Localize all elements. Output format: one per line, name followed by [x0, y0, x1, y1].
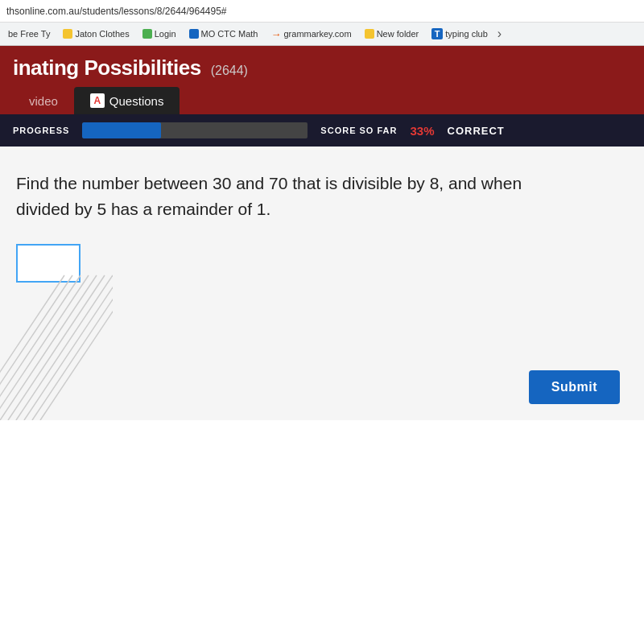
- question-text: Find the number between 30 and 70 that i…: [16, 171, 564, 221]
- bookmark-free-ty[interactable]: be Free Ty: [5, 27, 53, 40]
- address-text: thsonline.com.au/students/lessons/8/2644…: [6, 6, 227, 17]
- bookmark-login-icon: [142, 29, 152, 39]
- bookmark-ctc-math[interactable]: MO CTC Math: [186, 27, 262, 40]
- tab-video-label: video: [29, 94, 58, 108]
- submit-button[interactable]: Submit: [529, 370, 620, 404]
- answer-input[interactable]: [16, 244, 80, 283]
- tab-questions-icon: A: [90, 93, 105, 108]
- bookmark-ctcmath-label: MO CTC Math: [201, 29, 258, 39]
- bookmark-grammarkey-icon: →: [270, 28, 281, 40]
- bookmark-grammarkey-label: grammarkey.com: [283, 29, 351, 39]
- score-value: 33%: [410, 124, 434, 138]
- tab-questions[interactable]: A Questions: [74, 87, 180, 114]
- lesson-id: (2644): [211, 64, 248, 78]
- bookmark-folder-icon: [365, 29, 374, 39]
- bookmark-jaton-clothes[interactable]: Jaton Clothes: [60, 27, 132, 40]
- site-title: inating Possibilities: [13, 56, 201, 80]
- site-header: inating Possibilities (2644) video A Que…: [0, 46, 644, 114]
- site-title-row: inating Possibilities (2644): [13, 56, 631, 80]
- bookmark-login[interactable]: Login: [139, 27, 180, 40]
- bookmark-jaton-label: Jaton Clothes: [75, 29, 129, 39]
- bookmarks-overflow-icon[interactable]: ›: [497, 27, 502, 41]
- bookmark-folder-label: New folder: [377, 29, 419, 39]
- bookmark-new-folder[interactable]: New folder: [361, 27, 423, 40]
- address-bar: thsonline.com.au/students/lessons/8/2644…: [0, 0, 644, 23]
- score-label: SCORE SO FAR: [320, 126, 397, 135]
- bookmark-grammarkey[interactable]: → grammarkey.com: [267, 27, 354, 42]
- correct-label: CORRECT: [448, 125, 505, 137]
- tab-video[interactable]: video: [13, 88, 74, 114]
- progress-section: PROGRESS SCORE SO FAR 33% CORRECT: [0, 114, 644, 147]
- progress-label: PROGRESS: [13, 126, 69, 135]
- bookmark-typing-club[interactable]: T typing club: [428, 27, 491, 41]
- progress-bar-container: [82, 122, 308, 138]
- bookmark-typingclub-icon: T: [431, 28, 443, 39]
- bookmarks-bar: be Free Ty Jaton Clothes Login MO CTC Ma…: [0, 23, 644, 45]
- browser-chrome: thsonline.com.au/students/lessons/8/2644…: [0, 0, 644, 46]
- tabs-row: video A Questions: [13, 87, 631, 114]
- bookmark-typingclub-label: typing club: [445, 29, 488, 39]
- progress-bar-fill: [82, 122, 161, 138]
- bookmark-ctcmath-icon: [189, 29, 199, 39]
- bookmark-free-ty-label: be Free Ty: [8, 29, 50, 39]
- bookmark-jaton-icon: [63, 29, 72, 39]
- page-content: inating Possibilities (2644) video A Que…: [0, 46, 644, 644]
- question-area: Find the number between 30 and 70 that i…: [0, 147, 644, 420]
- bookmark-login-label: Login: [155, 29, 176, 39]
- tab-questions-label: Questions: [109, 94, 164, 108]
